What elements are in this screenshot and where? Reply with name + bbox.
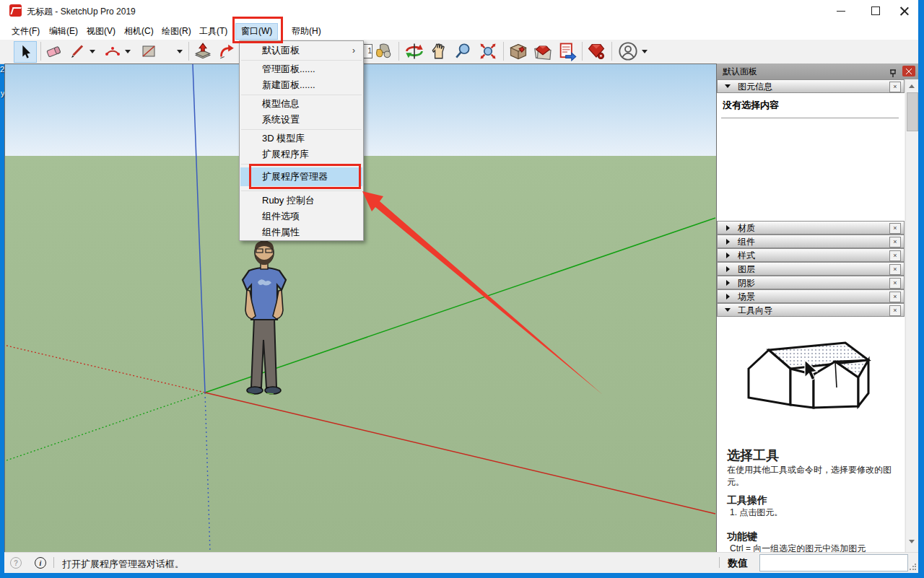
menu-item-model-info[interactable]: 模型信息 xyxy=(240,96,362,112)
section-components[interactable]: 组件 × xyxy=(717,235,905,248)
section-materials[interactable]: 材质 × xyxy=(717,221,905,235)
instructor-heading: 选择工具 xyxy=(727,447,779,464)
menu-draw[interactable]: 绘图(R) xyxy=(156,23,197,40)
menu-item-default-tray[interactable]: 默认面板› xyxy=(240,43,362,58)
menu-file[interactable]: 文件(F) xyxy=(6,23,45,40)
push-pull-tool-button[interactable] xyxy=(192,41,214,61)
pin-icon[interactable] xyxy=(889,67,897,76)
shapes-dropdown-arrow[interactable] xyxy=(177,50,183,53)
submenu-arrow-icon: › xyxy=(352,43,355,58)
orbit-icon xyxy=(404,41,424,61)
sign-in-avatar-button[interactable] xyxy=(617,41,639,61)
section-scenes[interactable]: 场景 × xyxy=(717,289,905,303)
toolbar: 1 xyxy=(0,40,918,64)
menu-tools[interactable]: 工具(T) xyxy=(193,23,233,40)
follow-me-icon xyxy=(217,42,236,61)
instructor-keys-line: Ctrl = 向一组选定的图元中添加图元 xyxy=(730,543,903,552)
shapes-tool-button[interactable] xyxy=(138,41,160,61)
line-dropdown-arrow[interactable] xyxy=(90,50,95,53)
menu-view[interactable]: 视图(V) xyxy=(81,23,121,40)
close-button[interactable] xyxy=(892,3,917,19)
scroll-up-icon[interactable] xyxy=(909,84,915,88)
measurement-input[interactable] xyxy=(759,554,908,572)
section-instructor[interactable]: 工具向导 × xyxy=(717,303,905,317)
geolocation-help-icon[interactable]: ? xyxy=(10,557,22,569)
pencil-icon xyxy=(69,43,86,60)
section-shadows[interactable]: 阴影 × xyxy=(717,276,905,289)
menu-item-preferences[interactable]: 系统设置 xyxy=(240,112,362,128)
panel-scrollbar[interactable] xyxy=(905,79,918,552)
section-layers[interactable]: 图层 × xyxy=(717,262,905,276)
window-menu-popup: 默认面板› 管理面板...... 新建面板...... 模型信息 系统设置 3D… xyxy=(239,40,364,241)
scroll-down-icon[interactable] xyxy=(909,540,915,543)
orbit-tool-button[interactable] xyxy=(404,41,425,61)
section-close-button[interactable]: × xyxy=(889,305,901,316)
scroll-thumb[interactable] xyxy=(907,92,918,131)
menu-separator xyxy=(241,95,362,95)
arc-dropdown-arrow[interactable] xyxy=(125,50,131,53)
extension-manager-button[interactable] xyxy=(585,41,607,61)
section-label: 样式 xyxy=(738,250,755,262)
tray-close-button[interactable] xyxy=(902,66,915,76)
select-tool-button[interactable] xyxy=(14,41,37,63)
section-close-button[interactable]: × xyxy=(889,264,901,275)
menu-camera[interactable]: 相机(C) xyxy=(118,23,160,40)
info-icon[interactable]: i xyxy=(35,557,46,569)
eraser-tool-button[interactable] xyxy=(43,41,65,61)
instructor-description: 在使用其他工具或命令时，选择要修改的图元。 xyxy=(727,464,894,489)
section-close-button[interactable]: × xyxy=(889,237,901,248)
zoom-extents-icon xyxy=(478,41,498,61)
menu-item-component-attributes[interactable]: 组件属性 xyxy=(240,224,362,240)
zoom-tool-button[interactable] xyxy=(453,41,474,61)
collapse-arrow-icon xyxy=(725,84,731,88)
follow-me-tool-button[interactable] xyxy=(216,41,237,61)
instructor-op-heading: 工具操作 xyxy=(727,494,767,507)
section-close-button[interactable]: × xyxy=(889,292,901,302)
resize-grip[interactable] xyxy=(909,564,916,571)
arc-tool-button[interactable] xyxy=(102,41,123,61)
section-close-button[interactable]: × xyxy=(889,223,901,234)
menu-item-manage-trays[interactable]: 管理面板...... xyxy=(240,61,362,77)
expand-arrow-icon xyxy=(726,253,730,258)
menu-edit[interactable]: 编辑(E) xyxy=(43,23,84,40)
maximize-button[interactable] xyxy=(863,3,888,19)
toolbar-separator xyxy=(611,42,612,61)
zoom-extents-tool-button[interactable] xyxy=(477,41,499,61)
toolbar-separator xyxy=(40,42,41,61)
sketchup-logo-icon xyxy=(9,4,22,17)
section-styles[interactable]: 样式 × xyxy=(717,248,905,262)
tray-header[interactable]: 默认面板 xyxy=(717,64,918,79)
paint-bucket-tool-button[interactable] xyxy=(372,41,394,61)
expand-arrow-icon xyxy=(726,294,730,299)
section-close-button[interactable]: × xyxy=(889,82,901,92)
no-selection-text: 没有选择内容 xyxy=(723,99,779,112)
select-cursor-icon xyxy=(17,44,33,60)
expand-arrow-icon xyxy=(726,239,730,245)
menu-item-3d-warehouse[interactable]: 3D 模型库 xyxy=(240,131,362,146)
window-title: 无标题 - SketchUp Pro 2019 xyxy=(27,6,136,18)
section-close-button[interactable]: × xyxy=(889,278,901,289)
menu-item-extension-warehouse[interactable]: 扩展程序库 xyxy=(240,146,362,162)
section-entity-info[interactable]: 图元信息 × xyxy=(717,79,905,93)
default-tray-panel: 默认面板 图元信息 × 没有选择内容 材质 × 组件 × 样式 × 图层 × 阴… xyxy=(717,64,918,552)
menu-bar: 文件(F) 编辑(E) 视图(V) 相机(C) 绘图(R) 工具(T) 窗口(W… xyxy=(0,22,918,40)
menu-item-component-options[interactable]: 组件选项 xyxy=(240,209,362,224)
menu-item-ruby-console[interactable]: Ruby 控制台 xyxy=(240,193,362,209)
menu-item-new-tray[interactable]: 新建面板...... xyxy=(240,77,362,93)
section-label: 图层 xyxy=(738,263,755,276)
section-label: 场景 xyxy=(738,291,755,303)
status-message: 打开扩展程序管理器对话框。 xyxy=(62,558,184,571)
status-separator xyxy=(53,557,54,568)
section-close-button[interactable]: × xyxy=(889,250,901,261)
minimize-button[interactable] xyxy=(829,3,853,19)
3d-warehouse-button[interactable] xyxy=(507,41,529,61)
status-separator xyxy=(719,557,720,568)
line-tool-button[interactable] xyxy=(66,41,88,61)
pan-tool-button[interactable] xyxy=(428,41,450,61)
menu-help[interactable]: 帮助(H) xyxy=(286,23,327,40)
minimize-icon xyxy=(837,11,845,12)
paint-bucket-icon xyxy=(374,42,393,61)
share-model-button[interactable] xyxy=(557,41,578,61)
extension-warehouse-button[interactable] xyxy=(532,41,554,61)
sign-in-dropdown-arrow[interactable] xyxy=(642,50,648,53)
